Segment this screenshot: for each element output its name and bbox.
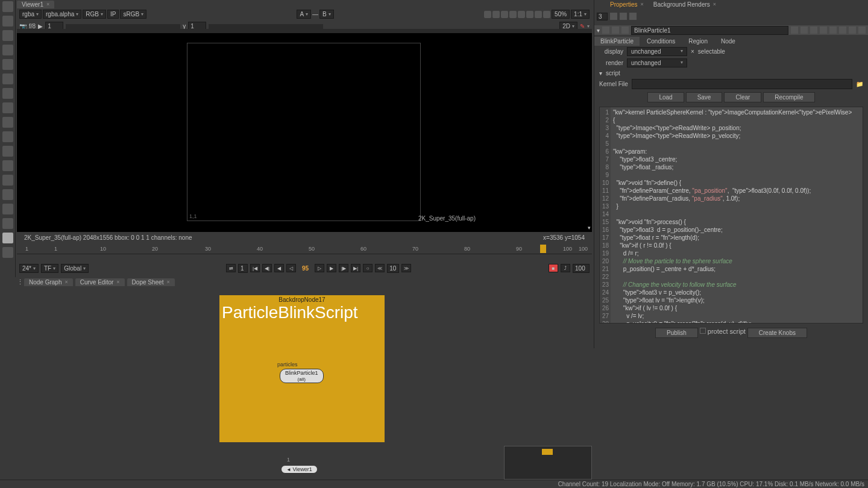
tool-transform-icon[interactable]	[2, 117, 13, 128]
tab-blinkparticle[interactable]: BlinkParticle	[594, 37, 640, 46]
node-graph[interactable]: BackdropNode17 ParticleBlinkScript parti…	[17, 288, 592, 480]
viewer-opt8-icon[interactable]	[543, 11, 550, 18]
channels-dropdown[interactable]: rgba▾	[19, 10, 42, 19]
tool-keyer-icon[interactable]	[2, 88, 13, 99]
close-icon[interactable]	[858, 27, 866, 34]
tab-curve-editor[interactable]: Curve Editor×	[75, 278, 125, 286]
trash-icon[interactable]	[620, 13, 627, 20]
colorspace-dropdown[interactable]: RGB▾	[83, 10, 106, 19]
lock-icon[interactable]	[610, 13, 617, 20]
hdr-icon-5[interactable]	[829, 27, 837, 34]
center-icon[interactable]	[602, 27, 609, 34]
tab-properties[interactable]: Properties×	[605, 1, 649, 8]
close-icon[interactable]: ×	[64, 279, 68, 285]
timeline-ruler[interactable]: 1 1 10 20 30 40 50 60 70 80 90 100 100	[17, 245, 592, 254]
close-icon[interactable]: ×	[641, 1, 644, 7]
step-back-button[interactable]: ◁	[286, 264, 296, 272]
collapse-icon[interactable]: ▾	[588, 225, 591, 231]
scope-dropdown[interactable]: Global▾	[61, 264, 89, 273]
tool-particles-icon[interactable]	[2, 146, 13, 157]
chevron-down-icon[interactable]: ▾	[587, 23, 590, 29]
current-frame[interactable]: 95	[298, 265, 312, 272]
expand-icon[interactable]: ▾	[597, 27, 600, 34]
export-icon[interactable]: ⤴	[561, 264, 570, 272]
edit-icon[interactable]	[621, 27, 629, 34]
recompile-button[interactable]: Recompile	[763, 92, 814, 102]
code-editor[interactable]: 1234567891011121314151617181920212223242…	[599, 107, 863, 324]
viewer-opt4-icon[interactable]	[509, 11, 517, 18]
tf-dropdown[interactable]: TF▾	[41, 264, 58, 273]
range-end-input[interactable]	[573, 264, 590, 273]
tool-deep-icon[interactable]	[2, 160, 13, 171]
tool-extra-icon[interactable]	[2, 247, 13, 258]
loop-in-input[interactable]	[238, 264, 248, 273]
gamma-slider[interactable]	[66, 24, 180, 29]
tool-meta-icon[interactable]	[2, 189, 13, 200]
help-icon[interactable]	[839, 27, 846, 34]
code-content[interactable]: "kw">kernel ParticleSphereKernel : "type…	[611, 107, 863, 323]
protect-checkbox[interactable]	[700, 328, 706, 334]
close-icon[interactable]: ×	[166, 279, 169, 285]
play-button[interactable]: ▶	[327, 264, 336, 272]
handle-icon[interactable]: ⋮	[17, 278, 23, 286]
close-icon[interactable]: ×	[46, 1, 49, 7]
close-icon[interactable]: ×	[713, 1, 716, 7]
float-icon[interactable]	[849, 27, 856, 34]
viewer-opt6-icon[interactable]	[526, 11, 533, 18]
props-count-input[interactable]	[597, 13, 608, 20]
tool-filter-icon[interactable]	[2, 74, 13, 84]
timeline[interactable]: 1 1 10 20 30 40 50 60 70 80 90 100 100	[17, 245, 592, 259]
kernel-file-input[interactable]	[632, 79, 852, 89]
skip-fwd-button[interactable]: ≫	[401, 264, 411, 272]
tab-dope-sheet[interactable]: Dope Sheet×	[127, 278, 175, 286]
fps-dropdown[interactable]: 24*▾	[19, 264, 39, 273]
ratio-dropdown[interactable]: 1:1▾	[571, 10, 590, 19]
alpha-dropdown[interactable]: rgba.alpha▾	[43, 10, 81, 19]
lock-icon[interactable]: ⇄	[226, 264, 236, 272]
tab-conditions[interactable]: Conditions	[641, 37, 681, 46]
render-dropdown[interactable]: unchanged▾	[627, 58, 687, 67]
viewer-node[interactable]: ◄ Viewer1	[281, 465, 318, 474]
viewer-opt2-icon[interactable]	[492, 11, 500, 18]
tool-3d-icon[interactable]	[2, 131, 13, 142]
viewer-canvas-area[interactable]: 1,1 2K_Super_35(full-ap) ▾	[17, 33, 592, 232]
viewer-opt5-icon[interactable]	[518, 11, 525, 18]
x-icon[interactable]: ×	[691, 48, 694, 55]
last-frame-button[interactable]: ▶|	[351, 264, 360, 272]
backdrop-node[interactable]: BackdropNode17 ParticleBlinkScript parti…	[219, 295, 385, 442]
play-rev-button[interactable]: ◀	[274, 264, 284, 272]
zoom-dropdown[interactable]: 50%	[552, 10, 570, 19]
close-icon[interactable]: ×	[116, 279, 119, 285]
next-key-button[interactable]: |▶	[339, 264, 348, 272]
viewer-opt1-icon[interactable]	[484, 11, 491, 18]
tab-node[interactable]: Node	[715, 37, 741, 46]
hdr-icon-4[interactable]	[820, 27, 827, 34]
tool-views-icon[interactable]	[2, 175, 13, 186]
create-knobs-button[interactable]: Create Knobs	[747, 328, 807, 338]
gain-slider[interactable]	[209, 24, 323, 29]
step-fwd-button[interactable]: ▷	[315, 264, 324, 272]
publish-button[interactable]: Publish	[655, 328, 698, 338]
hdr-icon-3[interactable]	[810, 27, 817, 34]
tab-bg-renders[interactable]: Background Renders×	[649, 1, 721, 8]
load-button[interactable]: Load	[647, 92, 684, 102]
playhead[interactable]	[540, 245, 546, 253]
clear-button[interactable]: Clear	[724, 92, 761, 102]
cache-button[interactable]: ■	[549, 264, 558, 272]
blinkparticle-node[interactable]: BlinkParticle1 (all)	[280, 369, 324, 383]
prev-key-button[interactable]: ◀|	[262, 264, 272, 272]
tool-other-icon[interactable]	[2, 218, 13, 229]
folder-icon[interactable]: 📁	[856, 81, 863, 87]
tool-merge-icon[interactable]	[2, 102, 13, 113]
tab-node-graph[interactable]: Node Graph×	[24, 278, 73, 286]
loop-button[interactable]: ○	[363, 264, 373, 272]
loop-out-input[interactable]	[387, 264, 399, 273]
expand-icon[interactable]: ▾	[599, 70, 602, 77]
display-dropdown[interactable]: unchanged▾	[627, 47, 687, 56]
hdr-icon-2[interactable]	[800, 27, 808, 34]
tool-toolsets-icon[interactable]	[2, 204, 13, 214]
first-frame-button[interactable]: |◀	[250, 264, 260, 272]
save-button[interactable]: Save	[686, 92, 723, 102]
tool-all-icon[interactable]	[2, 233, 13, 243]
hdr-icon-1[interactable]	[791, 27, 798, 34]
